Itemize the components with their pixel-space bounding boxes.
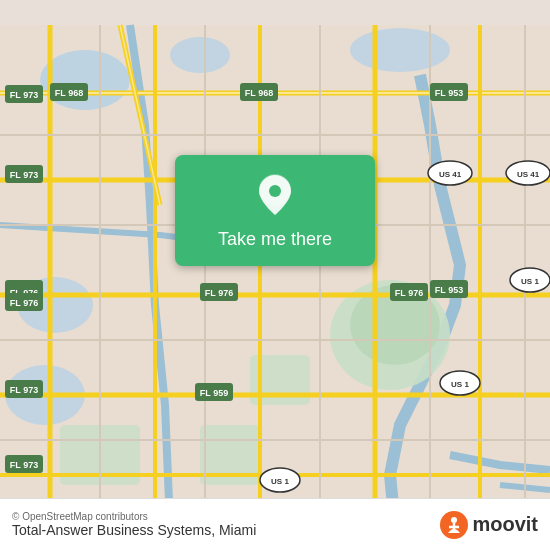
svg-point-2 <box>170 37 230 73</box>
svg-text:FL 953: FL 953 <box>435 285 463 295</box>
svg-text:FL 968: FL 968 <box>245 88 273 98</box>
moovit-logo[interactable]: moovit <box>440 511 538 539</box>
svg-text:FL 973: FL 973 <box>10 90 38 100</box>
svg-text:US 1: US 1 <box>521 277 539 286</box>
moovit-brand-text: moovit <box>472 513 538 536</box>
svg-text:US 1: US 1 <box>271 477 289 486</box>
location-name: Total-Answer Business Systems, Miami <box>12 522 256 538</box>
moovit-app-icon <box>440 511 468 539</box>
svg-text:FL 976: FL 976 <box>10 298 38 308</box>
svg-text:FL 968: FL 968 <box>55 88 83 98</box>
cta-label: Take me there <box>218 229 332 250</box>
svg-text:US 1: US 1 <box>451 380 469 389</box>
svg-text:FL 976: FL 976 <box>395 288 423 298</box>
take-me-there-button[interactable]: Take me there <box>175 155 375 266</box>
bottom-left-info: © OpenStreetMap contributors Total-Answe… <box>12 511 256 538</box>
map-container: FL 973 FL 973 FL 973 FL 976 FL 968 FL 96… <box>0 0 550 550</box>
svg-text:FL 973: FL 973 <box>10 170 38 180</box>
svg-text:FL 973: FL 973 <box>10 385 38 395</box>
svg-point-76 <box>451 517 457 523</box>
svg-text:FL 976: FL 976 <box>205 288 233 298</box>
svg-text:US 41: US 41 <box>517 170 540 179</box>
svg-text:FL 973: FL 973 <box>10 460 38 470</box>
location-pin-icon <box>257 173 293 221</box>
bottom-bar: © OpenStreetMap contributors Total-Answe… <box>0 498 550 550</box>
svg-text:FL 953: FL 953 <box>435 88 463 98</box>
svg-point-74 <box>269 185 281 197</box>
svg-text:FL 959: FL 959 <box>200 388 228 398</box>
svg-point-3 <box>350 28 450 72</box>
attribution-text: © OpenStreetMap contributors <box>12 511 256 522</box>
svg-text:US 41: US 41 <box>439 170 462 179</box>
